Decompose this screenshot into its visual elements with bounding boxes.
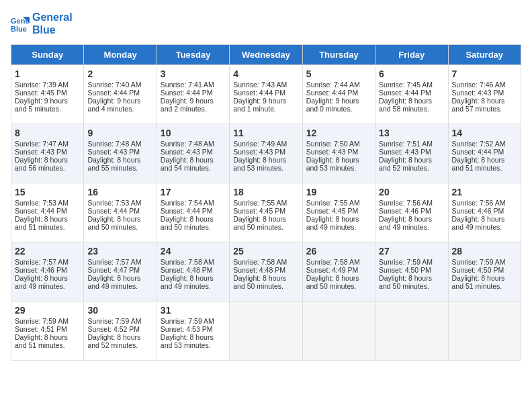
sunrise-label: Sunrise: 7:46 AM (452, 81, 506, 89)
sunrise-label: Sunrise: 7:58 AM (306, 258, 360, 266)
daylight-label: Daylight: 8 hours and 49 minutes. (452, 215, 505, 231)
day-number: 2 (87, 68, 152, 79)
calendar-day-21: 21 Sunrise: 7:56 AM Sunset: 4:46 PM Dayl… (448, 183, 521, 242)
daylight-label: Daylight: 9 hours and 4 minutes. (87, 97, 140, 113)
calendar-day-empty (230, 302, 302, 361)
sunrise-label: Sunrise: 7:59 AM (15, 317, 69, 325)
calendar-day-4: 4 Sunrise: 7:43 AM Sunset: 4:44 PM Dayli… (230, 65, 302, 124)
sunset-label: Sunset: 4:44 PM (161, 207, 213, 215)
calendar-day-30: 30 Sunrise: 7:59 AM Sunset: 4:52 PM Dayl… (84, 302, 157, 361)
daylight-label: Daylight: 8 hours and 51 minutes. (452, 156, 505, 172)
sunrise-label: Sunrise: 7:58 AM (233, 258, 287, 266)
svg-text:Blue: Blue (11, 25, 27, 33)
sunset-label: Sunset: 4:53 PM (161, 325, 213, 333)
sunset-label: Sunset: 4:48 PM (233, 266, 285, 274)
day-number: 12 (306, 128, 371, 138)
calendar-week-row: 8 Sunrise: 7:47 AM Sunset: 4:43 PM Dayli… (11, 124, 521, 183)
calendar-day-15: 15 Sunrise: 7:53 AM Sunset: 4:44 PM Dayl… (11, 183, 84, 242)
day-number: 23 (87, 246, 152, 257)
calendar-week-row: 29 Sunrise: 7:59 AM Sunset: 4:51 PM Dayl… (11, 302, 521, 361)
sunset-label: Sunset: 4:43 PM (161, 148, 213, 156)
calendar-day-16: 16 Sunrise: 7:53 AM Sunset: 4:44 PM Dayl… (84, 183, 157, 242)
day-number: 29 (15, 305, 80, 316)
sunset-label: Sunset: 4:52 PM (87, 325, 140, 333)
calendar-day-7: 7 Sunrise: 7:46 AM Sunset: 4:43 PM Dayli… (448, 65, 521, 124)
header: General Blue GeneralBlue (11, 11, 521, 36)
sunrise-label: Sunrise: 7:39 AM (15, 81, 69, 89)
daylight-label: Daylight: 9 hours and 2 minutes. (161, 97, 214, 113)
daylight-label: Daylight: 8 hours and 49 minutes. (87, 274, 140, 290)
sunrise-label: Sunrise: 7:55 AM (233, 199, 287, 207)
daylight-label: Daylight: 8 hours and 53 minutes. (233, 156, 286, 172)
header-sunday: Sunday (11, 45, 84, 65)
day-number: 27 (379, 246, 444, 257)
calendar-day-20: 20 Sunrise: 7:56 AM Sunset: 4:46 PM Dayl… (375, 183, 448, 242)
daylight-label: Daylight: 8 hours and 50 minutes. (233, 274, 286, 290)
daylight-label: Daylight: 8 hours and 49 minutes. (15, 274, 68, 290)
calendar-day-18: 18 Sunrise: 7:55 AM Sunset: 4:45 PM Dayl… (230, 183, 302, 242)
header-monday: Monday (84, 45, 157, 65)
day-number: 13 (379, 128, 444, 138)
day-number: 18 (233, 187, 298, 197)
day-number: 20 (379, 187, 444, 197)
day-number: 26 (306, 246, 371, 257)
sunset-label: Sunset: 4:43 PM (15, 148, 67, 156)
sunrise-label: Sunrise: 7:54 AM (161, 199, 214, 207)
sunset-label: Sunset: 4:44 PM (87, 89, 140, 97)
sunrise-label: Sunrise: 7:53 AM (87, 199, 141, 207)
day-number: 10 (161, 128, 226, 138)
day-number: 31 (161, 305, 226, 316)
calendar-day-3: 3 Sunrise: 7:41 AM Sunset: 4:44 PM Dayli… (157, 65, 229, 124)
sunset-label: Sunset: 4:43 PM (306, 148, 359, 156)
daylight-label: Daylight: 8 hours and 52 minutes. (379, 156, 432, 172)
day-number: 14 (452, 128, 517, 138)
day-number: 16 (87, 187, 152, 197)
day-number: 21 (452, 187, 517, 197)
calendar-day-10: 10 Sunrise: 7:48 AM Sunset: 4:43 PM Dayl… (157, 124, 229, 183)
calendar-day-empty (375, 302, 448, 361)
sunrise-label: Sunrise: 7:49 AM (233, 140, 287, 148)
sunrise-label: Sunrise: 7:41 AM (161, 81, 214, 89)
daylight-label: Daylight: 8 hours and 53 minutes. (161, 333, 214, 349)
calendar-day-13: 13 Sunrise: 7:51 AM Sunset: 4:43 PM Dayl… (375, 124, 448, 183)
sunset-label: Sunset: 4:44 PM (452, 148, 504, 156)
sunset-label: Sunset: 4:46 PM (15, 266, 67, 274)
sunrise-label: Sunrise: 7:57 AM (87, 258, 141, 266)
sunset-label: Sunset: 4:43 PM (233, 148, 285, 156)
day-number: 9 (87, 128, 152, 138)
calendar-day-29: 29 Sunrise: 7:59 AM Sunset: 4:51 PM Dayl… (11, 302, 84, 361)
sunset-label: Sunset: 4:44 PM (87, 207, 140, 215)
day-number: 17 (161, 187, 226, 197)
daylight-label: Daylight: 8 hours and 51 minutes. (15, 333, 68, 349)
calendar-day-9: 9 Sunrise: 7:48 AM Sunset: 4:43 PM Dayli… (84, 124, 157, 183)
header-saturday: Saturday (448, 45, 521, 65)
calendar-week-row: 22 Sunrise: 7:57 AM Sunset: 4:46 PM Dayl… (11, 242, 521, 302)
sunrise-label: Sunrise: 7:52 AM (452, 140, 506, 148)
day-number: 11 (233, 128, 298, 138)
calendar-day-empty (448, 302, 521, 361)
sunrise-label: Sunrise: 7:48 AM (161, 140, 214, 148)
sunset-label: Sunset: 4:46 PM (379, 207, 431, 215)
daylight-label: Daylight: 8 hours and 52 minutes. (87, 333, 140, 349)
sunset-label: Sunset: 4:44 PM (233, 89, 285, 97)
calendar-week-row: 15 Sunrise: 7:53 AM Sunset: 4:44 PM Dayl… (11, 183, 521, 242)
daylight-label: Daylight: 8 hours and 49 minutes. (379, 215, 432, 231)
calendar-day-1: 1 Sunrise: 7:39 AM Sunset: 4:45 PM Dayli… (11, 65, 84, 124)
sunrise-label: Sunrise: 7:53 AM (15, 199, 69, 207)
sunset-label: Sunset: 4:43 PM (379, 148, 431, 156)
sunrise-label: Sunrise: 7:51 AM (379, 140, 433, 148)
sunset-label: Sunset: 4:48 PM (161, 266, 213, 274)
header-tuesday: Tuesday (157, 45, 229, 65)
sunset-label: Sunset: 4:50 PM (379, 266, 431, 274)
calendar-day-24: 24 Sunrise: 7:58 AM Sunset: 4:48 PM Dayl… (157, 242, 229, 302)
sunrise-label: Sunrise: 7:57 AM (15, 258, 69, 266)
calendar-day-31: 31 Sunrise: 7:59 AM Sunset: 4:53 PM Dayl… (157, 302, 229, 361)
day-number: 28 (452, 246, 517, 257)
day-number: 8 (15, 128, 80, 138)
calendar-week-row: 1 Sunrise: 7:39 AM Sunset: 4:45 PM Dayli… (11, 65, 521, 124)
header-wednesday: Wednesday (230, 45, 302, 65)
daylight-label: Daylight: 8 hours and 58 minutes. (379, 97, 432, 113)
header-thursday: Thursday (302, 45, 375, 65)
calendar-day-22: 22 Sunrise: 7:57 AM Sunset: 4:46 PM Dayl… (11, 242, 84, 302)
day-number: 1 (15, 68, 80, 79)
